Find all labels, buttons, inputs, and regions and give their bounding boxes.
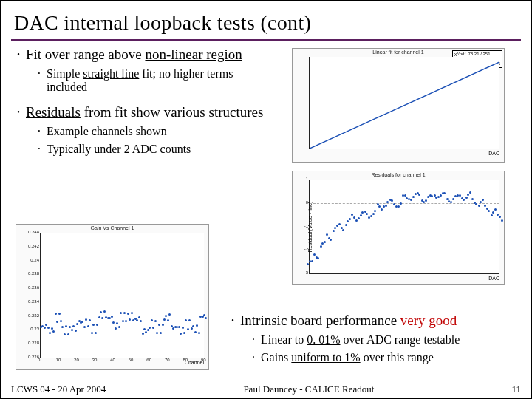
bullet-dot-icon: • [246,351,261,364]
bullet-text: Intrinsic board performance very good [240,313,457,329]
bullet-fit-range: • Fit over range above non-linear region [11,47,277,63]
chart-linear-fit: Linear fit for channel 1 χ²/ndf 78.21 / … [292,48,505,163]
bullet-dot-icon: • [32,67,47,94]
bullet-text: Typically under 2 ADC counts [47,143,191,156]
bullet-under-2-adc: • Typically under 2 ADC counts [32,143,276,156]
svg-line-0 [310,62,499,149]
bullet-text: Linear to 0. 01% over ADC range testable [261,333,460,347]
chart-line [310,57,499,149]
bullet-dot-icon: • [225,313,240,329]
slide-number: 11 [511,383,521,395]
bullet-dot-icon: • [11,104,26,120]
bullet-very-good: • Intrinsic board performance very good [225,313,532,329]
bullet-dot-icon: • [246,333,261,347]
slide-body: • Fit over range above non-linear region… [11,47,521,394]
chart-title: Residuals for channel 1 [293,171,504,178]
chart-gain-vs-channel: Gain Vs Channel 1 Channel 0.2260.2280.23… [16,224,209,370]
bullet-residuals: • Residuals from fit show various struct… [11,104,277,120]
chart-plot-area: Residual (Value - line) DAC -3-2-101 [309,180,499,274]
bullet-straight-line: • Simple straight line fit; no higher te… [32,67,276,94]
bullet-text: Fit over range above non-linear region [26,47,242,63]
bullet-dot-icon: • [32,125,47,138]
footer-left: LCWS 04 - 20 Apr 2004 [11,383,106,395]
bullet-gains-uniform: • Gains uniform to 1% over this range [246,351,532,364]
footer: LCWS 04 - 20 Apr 2004 Paul Dauncey - CAL… [11,383,521,395]
bullet-linear-001: • Linear to 0. 01% over ADC range testab… [246,333,532,347]
bullet-text: Residuals from fit show various structur… [26,104,263,120]
chart-title: Gain Vs Channel 1 [16,225,208,231]
slide-title: DAC internal loopback tests (cont) [11,8,521,41]
chart-xlabel: DAC [488,276,499,281]
bullet-dot-icon: • [32,143,47,156]
bullet-text: Simple straight line fit; no higher term… [47,67,276,94]
bullets-conclusion: • Intrinsic board performance very good … [225,307,532,364]
bullet-text: Gains uniform to 1% over this range [261,351,434,364]
chart-residuals: Residuals for channel 1 Residual (Value … [292,171,505,285]
bullet-dot-icon: • [11,47,26,63]
bullet-example-channels: • Example channels shown [32,125,276,138]
footer-center: Paul Dauncey - CALICE Readout [243,383,374,395]
chart-plot-area: DAC [309,57,499,149]
chart-xlabel: DAC [488,151,499,156]
chart-plot-area: Channel 0.2260.2280.230.2320.2340.2360.2… [40,233,204,358]
bullet-text: Example channels shown [47,125,167,138]
slide: DAC internal loopback tests (cont) • Fit… [0,0,532,399]
